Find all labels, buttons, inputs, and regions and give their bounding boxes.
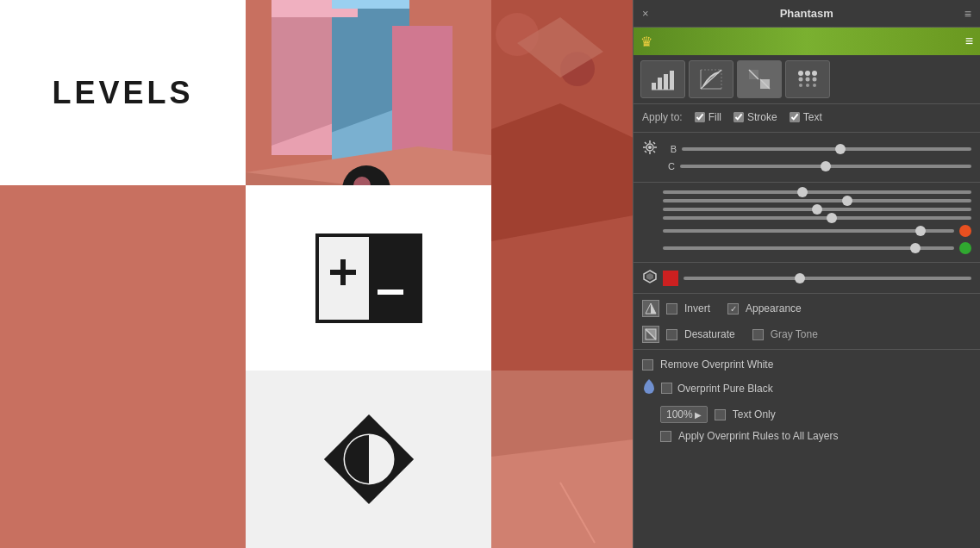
orange-dot-slider-row — [634, 222, 980, 240]
tab-halftone[interactable] — [785, 60, 830, 98]
svg-rect-18 — [378, 290, 403, 295]
svg-rect-4 — [392, 26, 453, 155]
panel-title: Phantasm — [780, 7, 833, 20]
canvas-area: LEVELS — [0, 0, 634, 548]
color-bar-row — [634, 265, 980, 291]
stroke-checkbox[interactable] — [733, 112, 744, 122]
fill-checkbox[interactable] — [695, 112, 705, 122]
levels-panel: LEVELS — [0, 0, 246, 185]
tab-curves[interactable] — [689, 60, 733, 98]
color-bar-slider[interactable] — [684, 277, 971, 280]
svg-point-49 — [812, 71, 817, 76]
plain-slider-4[interactable] — [663, 216, 971, 220]
orange-slider[interactable] — [663, 229, 954, 233]
orange-dot — [959, 225, 971, 237]
divider-2 — [634, 182, 980, 183]
desaturate-checkbox[interactable] — [666, 329, 677, 340]
layer-icon — [642, 269, 658, 287]
plain-slider-3[interactable] — [663, 208, 971, 211]
circle-slash-icon — [321, 412, 416, 507]
divider-5 — [634, 349, 980, 350]
apply-to-label: Apply to: — [642, 111, 683, 123]
stroke-checkbox-item[interactable]: Stroke — [733, 111, 777, 123]
remove-overprint-label: Remove Overprint White — [660, 358, 773, 371]
svg-marker-14 — [369, 235, 421, 321]
crown-icon: ♛ — [640, 34, 652, 50]
slider-c-row: C — [642, 161, 971, 171]
svg-point-52 — [813, 78, 817, 82]
bottom-right-art — [491, 371, 634, 548]
extra-sliders-section — [634, 184, 980, 260]
overprint-black-row: Overprint Pure Black — [642, 374, 971, 402]
b-slider[interactable] — [682, 147, 971, 151]
divider-1 — [634, 132, 980, 133]
slider-b-row: B — [642, 140, 971, 158]
tab-replace[interactable] — [737, 60, 782, 98]
green-dot-slider-row — [634, 240, 980, 257]
c-label: C — [663, 161, 675, 171]
remove-overprint-row: Remove Overprint White — [642, 355, 971, 374]
green-bar-menu[interactable]: ≡ — [965, 34, 973, 49]
percent-value: 100% — [666, 408, 693, 420]
text-only-checkbox[interactable] — [715, 409, 726, 420]
appearance-checkbox[interactable] — [727, 303, 739, 314]
appearance-label: Appearance — [746, 302, 802, 314]
divider-4 — [634, 293, 980, 294]
panel-menu-icon[interactable]: ≡ — [964, 7, 971, 21]
apply-to-row: Apply to: Fill Stroke Text — [634, 104, 980, 130]
fill-label: Fill — [708, 111, 721, 123]
plain-slider-2[interactable] — [663, 199, 971, 202]
overprint-percent-row: 100% ▶ Text Only — [642, 402, 971, 427]
apply-all-label: Apply Overprint Rules to All Layers — [678, 430, 838, 442]
bottom-check-rows: Remove Overprint White Overprint Pure Bl… — [634, 352, 980, 449]
text-label: Text — [803, 111, 822, 123]
red-color-swatch[interactable] — [663, 271, 678, 286]
panel-close-icon[interactable]: × — [642, 7, 649, 20]
invert-row: Invert Appearance — [634, 296, 980, 321]
sliders-section: B C — [634, 134, 980, 180]
svg-point-47 — [798, 71, 803, 76]
svg-rect-35 — [664, 74, 668, 90]
art-top-right — [491, 0, 634, 371]
ink-icon-wrap: Overprint Pure Black — [642, 377, 773, 399]
svg-marker-26 — [491, 439, 634, 548]
ink-icon — [642, 377, 656, 399]
fill-checkbox-item[interactable]: Fill — [695, 111, 721, 123]
overprint-black-label: Overprint Pure Black — [677, 383, 773, 395]
gray-tone-label: Gray Tone — [771, 328, 818, 340]
svg-point-57 — [648, 146, 652, 149]
svg-point-51 — [806, 78, 810, 82]
svg-rect-34 — [658, 78, 662, 90]
svg-marker-67 — [646, 273, 653, 280]
svg-line-63 — [653, 151, 655, 153]
gray-tone-checkbox[interactable] — [752, 329, 764, 340]
c-slider[interactable] — [680, 165, 971, 168]
svg-point-53 — [799, 84, 802, 87]
desaturate-row: Desaturate Gray Tone — [634, 321, 980, 347]
green-slider[interactable] — [663, 246, 954, 250]
apply-all-checkbox[interactable] — [660, 431, 671, 442]
tab-levels[interactable] — [640, 60, 685, 98]
svg-line-65 — [645, 151, 646, 153]
apply-all-row: Apply Overprint Rules to All Layers — [642, 427, 971, 445]
text-checkbox[interactable] — [790, 112, 800, 122]
percent-box[interactable]: 100% ▶ — [660, 406, 708, 423]
remove-overprint-checkbox[interactable] — [642, 359, 653, 371]
tab-icons-row — [634, 55, 980, 104]
svg-rect-36 — [670, 71, 674, 90]
divider-3 — [634, 262, 980, 263]
desaturate-icon — [642, 326, 659, 343]
overprint-black-checkbox[interactable] — [661, 383, 672, 394]
plain-slider-1[interactable] — [663, 190, 971, 194]
art-texture-svg — [491, 0, 634, 371]
center-icon-panel — [246, 185, 491, 371]
invert-checkbox[interactable] — [666, 303, 677, 314]
text-checkbox-item[interactable]: Text — [790, 111, 822, 123]
svg-line-64 — [653, 142, 655, 144]
stroke-label: Stroke — [747, 111, 777, 123]
bottom-art-svg — [491, 371, 634, 548]
percent-arrow[interactable]: ▶ — [695, 410, 702, 420]
b-label: B — [665, 144, 677, 154]
svg-point-55 — [813, 84, 816, 87]
invert-label: Invert — [684, 302, 710, 314]
